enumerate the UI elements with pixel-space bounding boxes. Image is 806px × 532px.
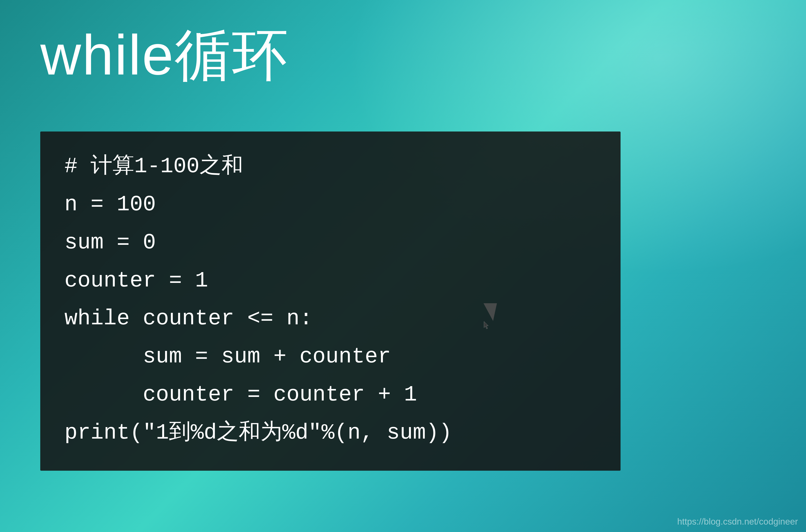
page-title: while循环 bbox=[40, 21, 289, 89]
code-line7: print("1到%d之和为%d"%(n, sum)) bbox=[64, 420, 452, 445]
code-block: # 计算1-100之和 n = 100 sum = 0 counter = 1 … bbox=[40, 132, 621, 471]
code-line2: sum = 0 bbox=[64, 230, 156, 255]
code-line1: n = 100 bbox=[64, 192, 156, 217]
code-line4: while counter <= n: bbox=[64, 306, 313, 331]
code-comment: # 计算1-100之和 bbox=[64, 154, 243, 179]
code-content: # 计算1-100之和 n = 100 sum = 0 counter = 1 … bbox=[64, 148, 588, 452]
code-line5: sum = sum + counter bbox=[64, 344, 391, 369]
code-line3: counter = 1 bbox=[64, 268, 208, 293]
watermark: https://blog.csdn.net/codgineer bbox=[677, 517, 798, 527]
code-line6: counter = counter + 1 bbox=[64, 382, 417, 407]
